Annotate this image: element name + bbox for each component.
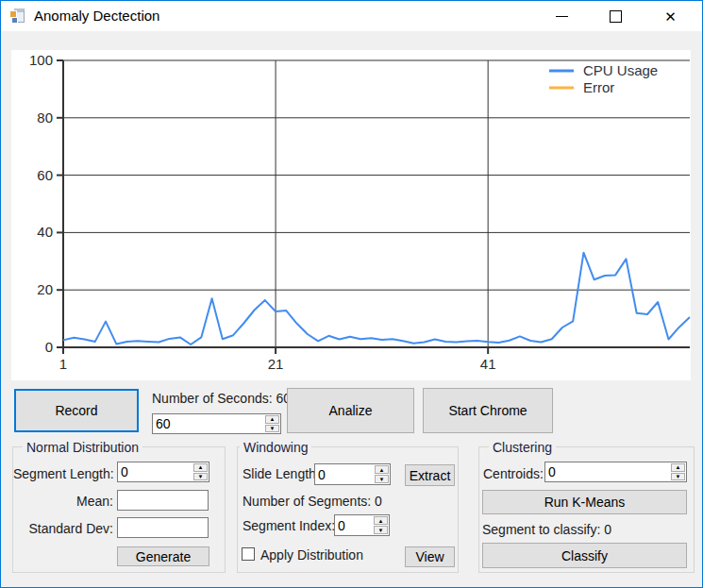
slide-length-input[interactable] xyxy=(315,464,374,484)
number-of-segments-label: Number of Segments: 0 xyxy=(243,494,382,509)
apply-distribution-checkbox[interactable] xyxy=(242,547,255,561)
spin-up-button[interactable]: ▲ xyxy=(375,465,389,474)
normal-distribution-group: Normal Distribution Segment Length: ▲ ▼ … xyxy=(12,446,226,573)
segment-index-spinner: ▲ ▼ xyxy=(373,515,389,535)
y-tick-label: 60 xyxy=(37,167,53,183)
segment-length-input[interactable] xyxy=(118,462,192,481)
slide-length-stepper: ▲ ▼ xyxy=(314,463,391,485)
legend-label-error: Error xyxy=(583,79,614,95)
spin-up-button[interactable]: ▲ xyxy=(265,415,279,424)
view-button[interactable]: View xyxy=(405,546,455,567)
close-icon: ✕ xyxy=(664,9,677,24)
windowing-caption: Windowing xyxy=(240,440,311,455)
spin-down-button[interactable]: ▼ xyxy=(671,473,685,481)
x-tick-label: 41 xyxy=(480,356,496,372)
mean-label: Mean: xyxy=(13,494,113,509)
classify-button[interactable]: Classify xyxy=(482,543,687,568)
analyze-button[interactable]: Analize xyxy=(287,388,414,433)
segment-length-label: Segment Length: xyxy=(13,466,113,481)
maximize-icon xyxy=(610,10,622,23)
slide-length-label: Slide Length: xyxy=(243,466,320,481)
number-of-seconds-label: Number of Seconds: 60 xyxy=(152,391,291,406)
spin-up-button[interactable]: ▲ xyxy=(193,463,208,472)
standard-dev-label: Standard Dev: xyxy=(13,521,113,536)
y-tick-label: 20 xyxy=(37,281,53,297)
centroids-input[interactable] xyxy=(545,462,670,481)
segment-length-stepper: ▲ ▼ xyxy=(117,462,209,482)
spin-down-button[interactable]: ▼ xyxy=(265,425,279,433)
segment-to-classify-label: Segment to classify: 0 xyxy=(482,522,611,537)
seconds-stepper: ▲ ▼ xyxy=(152,413,281,434)
segment-index-stepper: ▲ ▼ xyxy=(334,514,390,536)
clustering-caption: Clustering xyxy=(489,440,556,455)
cpu-usage-line xyxy=(63,253,690,344)
segment-length-spinner: ▲ ▼ xyxy=(192,462,209,481)
standard-dev-field[interactable] xyxy=(117,517,209,538)
seconds-input[interactable] xyxy=(153,414,264,433)
clustering-group: Clustering Centroids: ▲ ▼ Run K-Means Se… xyxy=(478,446,695,573)
x-tick-label: 21 xyxy=(268,356,284,372)
x-tick-label: 1 xyxy=(59,356,67,372)
segment-index-input[interactable] xyxy=(335,515,373,535)
windowing-group: Windowing Slide Length: ▲ ▼ Extract Numb… xyxy=(237,446,459,573)
run-kmeans-button[interactable]: Run K-Means xyxy=(482,490,687,514)
spin-down-button[interactable]: ▼ xyxy=(374,526,388,534)
app-icon xyxy=(9,8,25,24)
y-tick-label: 0 xyxy=(45,339,53,355)
spin-down-button[interactable]: ▼ xyxy=(375,475,389,483)
y-tick-label: 80 xyxy=(37,109,53,126)
spin-up-button[interactable]: ▲ xyxy=(374,516,388,525)
segment-index-label: Segment Index: xyxy=(243,518,335,533)
maximize-button[interactable] xyxy=(594,2,637,31)
centroids-label: Centroids: xyxy=(483,466,544,481)
minimize-button[interactable] xyxy=(541,2,583,31)
y-tick-label: 100 xyxy=(29,52,53,68)
title-bar: Anomaly Dectection ✕ xyxy=(1,1,702,31)
centroids-spinner: ▲ ▼ xyxy=(670,462,686,481)
spin-down-button[interactable]: ▼ xyxy=(193,473,208,481)
mean-field[interactable] xyxy=(117,490,209,511)
chart-canvas: 02040608010012141CPU UsageError xyxy=(11,50,691,380)
seconds-spinner: ▲ ▼ xyxy=(264,414,280,433)
spin-up-button[interactable]: ▲ xyxy=(671,463,685,472)
apply-distribution-label: Apply Distribution xyxy=(260,547,363,563)
app-icon-blue-square xyxy=(11,17,18,24)
slide-length-spinner: ▲ ▼ xyxy=(374,464,390,484)
cpu-usage-chart: 02040608010012141CPU UsageError xyxy=(11,50,691,380)
y-tick-label: 40 xyxy=(37,224,53,240)
minimize-icon xyxy=(556,16,568,17)
centroids-stepper: ▲ ▼ xyxy=(544,462,687,482)
extract-button[interactable]: Extract xyxy=(405,464,455,486)
close-button[interactable]: ✕ xyxy=(649,2,692,31)
window-title: Anomaly Dectection xyxy=(34,1,159,31)
normal-distribution-caption: Normal Distribution xyxy=(23,440,142,455)
generate-button[interactable]: Generate xyxy=(117,546,209,566)
app-window: Anomaly Dectection ✕ 02040608010012141CP… xyxy=(0,0,703,588)
legend-label-cpu-usage: CPU Usage xyxy=(583,62,658,78)
record-button[interactable]: Record xyxy=(14,389,139,432)
start-chrome-button[interactable]: Start Chrome xyxy=(423,388,553,433)
